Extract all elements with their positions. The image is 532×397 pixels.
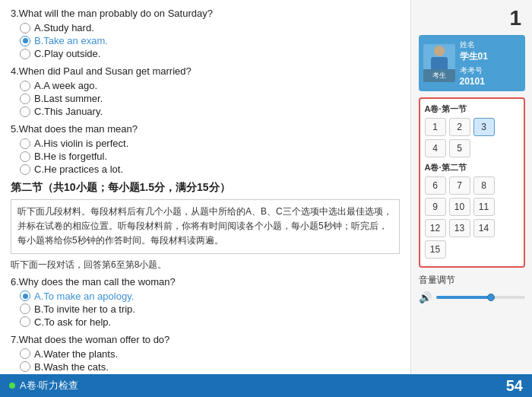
question-5-title: 5.What does the man mean? — [11, 123, 400, 135]
student-id-label: 考考号 — [460, 65, 488, 76]
question-3: 3.What will the man probably do on Satur… — [11, 8, 400, 59]
avatar-head — [434, 46, 445, 56]
grid-section1-title: A卷·第一节 — [425, 103, 519, 115]
question-4: 4.When did Paul and Susan get married? A… — [11, 65, 400, 117]
bottom-title: A卷·听力检查 — [20, 379, 78, 392]
volume-fill — [436, 296, 489, 299]
cell-9[interactable]: 9 — [425, 198, 446, 216]
cell-14[interactable]: 14 — [473, 219, 495, 237]
q3-option-c[interactable]: C.Play outside. — [20, 48, 400, 59]
status-dot — [9, 383, 15, 389]
cell-8[interactable]: 8 — [473, 176, 495, 195]
avatar-body — [431, 57, 448, 69]
student-name-label: 姓名 — [460, 40, 488, 50]
q6-option-c[interactable]: C.To ask for help. — [20, 316, 400, 328]
avatar-figure — [429, 46, 449, 70]
cell-4[interactable]: 4 — [425, 139, 446, 157]
cell-13[interactable]: 13 — [449, 219, 470, 237]
q3-radio-b[interactable] — [20, 36, 30, 46]
student-name: 学生01 — [460, 50, 488, 63]
page-number: 1 — [416, 6, 527, 30]
volume-control[interactable]: 🔊 — [419, 291, 525, 303]
avatar: 考生 — [423, 44, 455, 82]
bottom-number: 54 — [506, 377, 523, 395]
student-info: 姓名 学生01 考考号 20101 — [460, 40, 488, 87]
section2-header: 第二节（共10小题；每小题1.5分，满分15分） — [11, 181, 400, 195]
student-card: 考生 姓名 学生01 考考号 20101 — [419, 35, 525, 91]
left-panel: 3.What will the man probably do on Satur… — [0, 0, 410, 374]
answer-grid: A卷·第一节 1 2 3 4 5 A卷·第二节 6 7 8 9 10 11 — [419, 97, 525, 268]
q5-radio-a[interactable] — [20, 138, 30, 149]
bottom-left: A卷·听力检查 — [9, 379, 78, 392]
cell-1[interactable]: 1 — [425, 118, 446, 136]
q7-option-a[interactable]: A.Water the plants. — [20, 348, 400, 360]
cell-5[interactable]: 5 — [449, 139, 470, 157]
cell-11[interactable]: 11 — [473, 198, 495, 216]
instruction-box: 听下面几段材料。每段材料后有几个小题，从题中所给的A、B、C三个选项中选出最佳选… — [11, 199, 400, 254]
question-7-title: 7.What does the woman offer to do? — [11, 334, 400, 345]
q5-radio-b[interactable] — [20, 151, 30, 162]
q6-option-a[interactable]: A.To make an apology. — [20, 291, 400, 302]
question-5: 5.What does the man mean? A.His violin i… — [11, 123, 400, 175]
grid-row-2: 4 5 — [425, 139, 519, 157]
q6-radio-c[interactable] — [20, 316, 30, 327]
grid-row-4: 9 10 11 — [425, 198, 519, 216]
grid-row-3: 6 7 8 — [425, 176, 519, 195]
question-6: 6.Why does the man call the woman? A.To … — [11, 276, 400, 328]
bottom-bar: A卷·听力检查 54 — [0, 374, 532, 397]
cell-6[interactable]: 6 — [425, 176, 446, 195]
q3-option-b[interactable]: B.Take an exam. — [20, 35, 400, 46]
question-6-title: 6.Why does the man call the woman? — [11, 276, 400, 287]
sub-instruction: 听下面一段对话，回答第6至第8小题。 — [11, 259, 400, 272]
q6-option-b[interactable]: B.To invite her to a trip. — [20, 303, 400, 315]
volume-label: 音量调节 — [419, 274, 455, 287]
q7-option-b[interactable]: B.Wash the cats. — [20, 361, 400, 373]
right-panel: 1 考生 姓名 学生01 考考号 20101 A卷·第一节 1 2 — [410, 0, 532, 374]
volume-slider[interactable] — [436, 296, 525, 299]
q6-radio-b[interactable] — [20, 303, 30, 314]
q3-radio-a[interactable] — [20, 23, 30, 33]
question-4-title: 4.When did Paul and Susan get married? — [11, 65, 400, 77]
cell-7[interactable]: 7 — [449, 176, 470, 195]
q4-radio-a[interactable] — [20, 81, 30, 91]
grid-row-1: 1 2 3 — [425, 118, 519, 136]
q7-radio-a[interactable] — [20, 348, 30, 359]
q4-option-c[interactable]: C.This January. — [20, 106, 400, 117]
q5-radio-c[interactable] — [20, 164, 30, 175]
avatar-label: 考生 — [423, 69, 455, 82]
grid-row-5: 12 13 14 — [425, 219, 519, 237]
q5-option-c[interactable]: C.He practices a lot. — [20, 164, 400, 175]
q5-option-a[interactable]: A.His violin is perfect. — [20, 138, 400, 149]
q4-option-b[interactable]: B.Last summer. — [20, 93, 400, 104]
grid-row-6: 15 — [425, 240, 519, 259]
q3-radio-c[interactable] — [20, 49, 30, 59]
volume-section: 音量调节 🔊 — [419, 274, 525, 303]
q5-option-b[interactable]: B.He is forgetful. — [20, 151, 400, 162]
student-id: 20101 — [460, 76, 488, 87]
volume-thumb[interactable] — [487, 294, 495, 301]
q7-radio-b[interactable] — [20, 361, 30, 372]
q4-option-a[interactable]: A.A week ago. — [20, 80, 400, 91]
cell-12[interactable]: 12 — [425, 219, 446, 237]
q6-radio-a[interactable] — [20, 291, 30, 301]
cell-2[interactable]: 2 — [449, 118, 470, 136]
grid-section2-title: A卷·第二节 — [425, 162, 519, 173]
q4-radio-b[interactable] — [20, 94, 30, 104]
cell-15[interactable]: 15 — [425, 240, 446, 259]
q4-radio-c[interactable] — [20, 106, 30, 117]
q3-option-a[interactable]: A.Study hard. — [20, 22, 400, 33]
volume-icon: 🔊 — [419, 291, 432, 303]
cell-3[interactable]: 3 — [473, 118, 495, 136]
cell-10[interactable]: 10 — [449, 198, 470, 216]
question-3-title: 3.What will the man probably do on Satur… — [11, 8, 400, 19]
question-7: 7.What does the woman offer to do? A.Wat… — [11, 334, 400, 374]
